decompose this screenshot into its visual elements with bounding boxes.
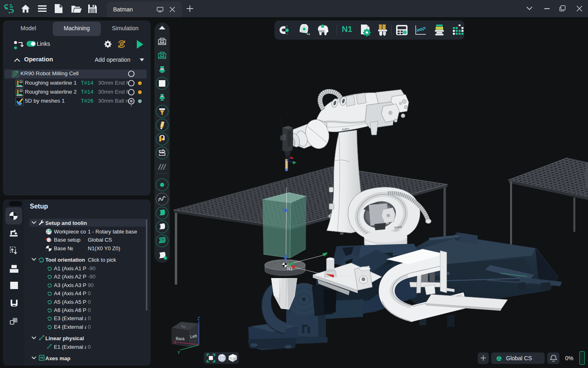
svg-text:X: X bbox=[174, 340, 177, 345]
svg-text:Left: Left bbox=[190, 334, 197, 339]
svg-text:Y: Y bbox=[177, 350, 180, 355]
svg-text:N1: N1 bbox=[287, 266, 293, 271]
svg-text:Z: Z bbox=[197, 316, 200, 321]
svg-text:Back: Back bbox=[176, 336, 185, 341]
